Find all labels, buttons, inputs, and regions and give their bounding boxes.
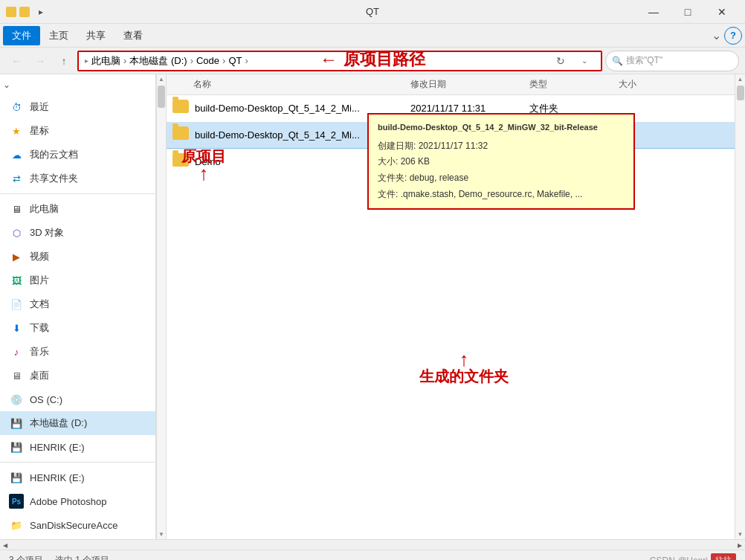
sidebar-henrik-e1-label: HENRIK (E:) [30,442,85,453]
sep2: › [190,55,193,66]
3d-icon: ⬡ [9,225,24,240]
sidebar-item-downloads[interactable]: ⬇ 下载 [0,316,155,340]
tooltip-subfolders: 文件夹: debug, release [378,170,625,187]
sidebar-desktop-label: 桌面 [30,369,49,382]
folder-icon-2 [172,126,190,144]
sidebar: ⌄ ⏱ 最近 ★ 星标 ☁ 我的云文档 ⇄ 共享文件夹 🖥 此电脑 ⬡ 3D 对… [0,74,156,539]
file-list: 名称 修改日期 类型 大小 build-Demo-Desktop_Qt_5_14… [167,74,735,539]
sidebar-shared-label: 共享文件夹 [30,172,78,185]
h-scroll-left[interactable]: ◀ [0,540,10,550]
minimize-button[interactable]: — [636,0,671,24]
h-scroll-track[interactable] [10,540,735,550]
sidebar-item-starred[interactable]: ★ 星标 [0,119,155,143]
col-date-header[interactable]: 修改日期 [410,78,529,91]
folder-icon-1 [172,100,190,118]
back-button[interactable]: ← [6,51,27,71]
sidebar-item-shared[interactable]: ⇄ 共享文件夹 [0,167,155,190]
folder-sandisk-icon: 📁 [9,518,24,532]
h-scrollbar[interactable]: ◀ ▶ [0,539,745,550]
sidebar-video-label: 视频 [30,250,49,263]
scroll-up-arrow[interactable]: ▲ [158,76,164,83]
sep3: › [222,55,225,66]
address-part-code: Code [196,55,219,66]
scroll-thumb[interactable] [158,86,165,108]
sidebar-documents-label: 文档 [30,297,49,311]
video-icon: ▶ [9,249,24,264]
h-scroll-right[interactable]: ▶ [735,540,745,550]
scroll-down-arrow[interactable]: ▼ [158,531,164,538]
sidebar-item-cloud[interactable]: ☁ 我的云文档 [0,143,155,167]
sidebar-item-henrik-ext[interactable]: 💾 HENRIK (E:) [0,466,155,489]
sidebar-scrollbar[interactable]: ▲ ▼ [156,74,167,539]
sidebar-item-thispc[interactable]: 🖥 此电脑 [0,197,155,221]
document-icon: 📄 [9,297,24,312]
sidebar-item-osc[interactable]: 💿 OS (C:) [0,387,155,411]
col-type-header[interactable]: 类型 [529,78,619,91]
star-icon: ★ [9,123,24,138]
desktop-icon: 🖥 [9,368,24,383]
image-icon: 🖼 [9,273,24,288]
sidebar-quickaccess-header[interactable]: ⌄ [0,74,155,95]
close-button[interactable]: ✕ [705,0,739,24]
sidebar-item-neuq[interactable]: 📁 NEUQ_Supplicant_E [0,537,155,539]
search-box[interactable]: 🔍 搜索"QT" [605,51,739,71]
sidebar-item-sandisk[interactable]: 📁 SanDiskSecureAcce [0,513,155,537]
sidebar-downloads-label: 下载 [30,321,49,335]
sidebar-item-henrik-e1[interactable]: 💾 HENRIK (E:) [0,435,155,459]
title-bar-path: ▸ [39,7,43,17]
sidebar-starred-label: 星标 [30,124,49,138]
sidebar-henrik-ext-label: HENRIK (E:) [30,472,85,483]
search-icon: 🔍 [612,56,623,66]
sidebar-item-pictures[interactable]: 🖼 图片 [0,268,155,292]
menu-file[interactable]: 文件 [3,26,40,45]
sidebar-item-recent[interactable]: ⏱ 最近 [0,95,155,119]
main-container: ⌄ ⏱ 最近 ★ 星标 ☁ 我的云文档 ⇄ 共享文件夹 🖥 此电脑 ⬡ 3D 对… [0,74,745,539]
window-title: QT [366,6,379,17]
tooltip-created: 创建日期: 2021/11/17 11:32 [378,138,625,155]
expand-ribbon-btn[interactable]: ⌄ [712,28,721,42]
folder-icon-3 [172,153,190,171]
selected-count: 选中 1 个项目 [55,554,109,560]
refresh-button[interactable]: ↻ [550,51,571,71]
col-size-header[interactable]: 大小 [619,78,729,91]
scroll-thumb-right[interactable] [737,86,744,100]
sidebar-item-3d[interactable]: ⬡ 3D 对象 [0,221,155,245]
sidebar-item-video[interactable]: ▶ 视频 [0,245,155,268]
items-count: 3 个项目 [9,554,43,560]
sidebar-item-photoshop[interactable]: Ps Adobe Photoshop [0,489,155,513]
forward-button[interactable]: → [30,51,51,71]
file-list-scrollbar[interactable]: ▲ ▼ [735,74,745,539]
sidebar-recent-label: 最近 [30,100,49,114]
title-bar-icons: ▸ [6,7,43,17]
file-list-header: 名称 修改日期 类型 大小 [167,74,735,95]
drive-c-icon: 💿 [9,392,24,407]
sep4: › [245,55,248,66]
sidebar-sandisk-label: SanDiskSecureAcce [30,520,118,531]
arrow-up-icon-2: ↑ [419,350,509,369]
sidebar-item-music[interactable]: ♪ 音乐 [0,340,155,364]
up-button[interactable]: ↑ [54,51,74,71]
scroll-down-btn[interactable]: ▼ [738,531,744,538]
menu-share[interactable]: 共享 [77,26,115,45]
address-dropdown[interactable]: ⌄ [574,51,595,71]
sep1: › [123,55,126,66]
help-btn[interactable]: ? [724,27,742,45]
sidebar-localdisk-label: 本地磁盘 (D:) [30,416,87,430]
menu-home[interactable]: 主页 [40,26,77,45]
sidebar-osc-label: OS (C:) [30,394,62,405]
download-icon: ⬇ [9,321,24,335]
sidebar-pictures-label: 图片 [30,274,49,287]
file-name-1: build-Demo-Desktop_Qt_5_14_2_Mi... [195,103,410,114]
maximize-button[interactable]: □ [671,0,705,24]
annotation-generated-folder: ↑ 生成的文件夹 [419,350,509,384]
sidebar-item-desktop[interactable]: 🖥 桌面 [0,364,155,387]
col-name-header[interactable]: 名称 [172,78,410,91]
divider-2 [0,462,155,463]
status-bar: 3 个项目 选中 1 个项目 CSDN @Henri 往往 [0,550,745,560]
menu-view[interactable]: 查看 [115,26,152,45]
sidebar-item-localdisk[interactable]: 💾 本地磁盘 (D:) [0,411,155,435]
address-box[interactable]: ▸ 此电脑 › 本地磁盘 (D:) › Code › QT › ↻ ⌄ [77,51,602,71]
sidebar-item-documents[interactable]: 📄 文档 [0,292,155,316]
scroll-up-btn[interactable]: ▲ [738,76,744,83]
sidebar-3d-label: 3D 对象 [30,226,64,239]
